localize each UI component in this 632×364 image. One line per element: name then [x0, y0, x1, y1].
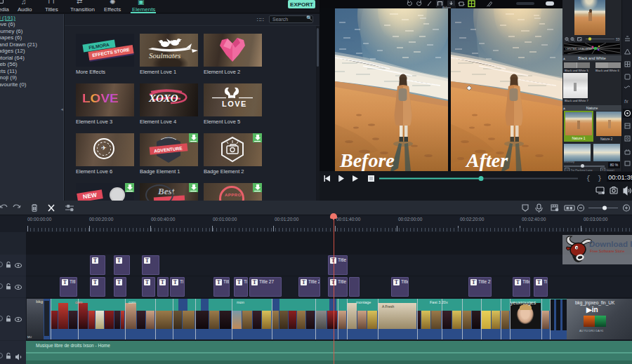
svg-text:CENTER GRADIENT: CENTER GRADIENT [565, 47, 593, 50]
svg-text:fx: fx [624, 99, 628, 104]
svg-text:XOXO: XOXO [148, 93, 178, 104]
svg-text:55%: 55% [616, 38, 620, 41]
svg-text:00:01:39: 00:01:39 [608, 173, 632, 181]
svg-text:Download B: Download B [589, 240, 632, 248]
svg-text:Soulmates: Soulmates [149, 51, 180, 60]
svg-text:After: After [465, 149, 508, 171]
svg-text:{ }: { } [586, 175, 602, 182]
svg-text:LOVE: LOVE [222, 100, 247, 108]
svg-text:Free Software Store: Free Software Store [590, 249, 624, 253]
svg-text:Before: Before [339, 149, 395, 171]
